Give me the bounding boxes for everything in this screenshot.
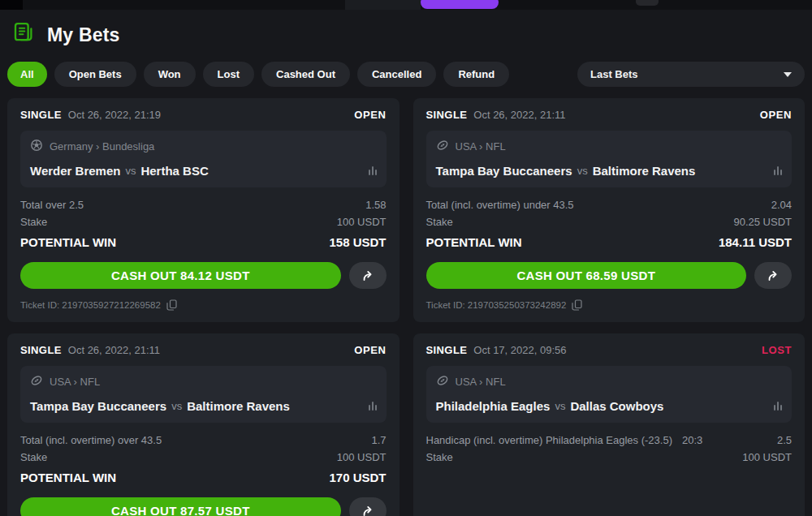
top-nav-strip [0, 0, 812, 10]
bet-details: Total (incl. overtime) under 43.5 2.04 S… [426, 196, 793, 252]
selection-row: Total over 2.5 1.58 [20, 196, 387, 213]
bet-date: Oct 26, 2022, 21:19 [68, 109, 161, 121]
potential-win-row: POTENTIAL WIN 170 USDT [20, 468, 387, 487]
bet-card: SINGLE Oct 26, 2022, 21:11 OPEN USA › N [413, 98, 806, 322]
stake-label: Stake [426, 213, 453, 230]
bet-card-header: SINGLE Oct 26, 2022, 21:11 OPEN [20, 344, 387, 356]
vs-label: vs [577, 165, 588, 177]
status-badge: OPEN [760, 109, 792, 121]
league-row: USA › NFL [436, 374, 783, 389]
league-label: USA › NFL [456, 140, 506, 153]
bar-chart-icon[interactable] [369, 402, 377, 411]
odds-value: 1.58 [365, 196, 386, 213]
selection-row: Total (incl. overtime) over 43.5 1.7 [20, 432, 387, 449]
filter-won[interactable]: Won [144, 62, 196, 87]
league-label: Germany › Bundesliga [50, 140, 154, 153]
share-arrow-icon [361, 505, 374, 516]
bets-ticket-icon [11, 21, 36, 49]
cashout-button[interactable]: CASH OUT 68.59 USDT [426, 262, 747, 289]
away-team: Baltimore Ravens [593, 164, 696, 178]
filters-row: All Open Bets Won Lost Cashed Out Cancel… [7, 62, 805, 87]
filter-all[interactable]: All [7, 62, 47, 87]
home-team: Tampa Bay Buccaneers [30, 399, 166, 413]
ticket-id: Ticket ID: 2197035250373242892 [426, 300, 567, 310]
selection-label: Total (incl. overtime) over 43.5 [20, 432, 162, 449]
potential-win-label: POTENTIAL WIN [20, 233, 116, 252]
selection-label: Handicap (incl. overtime) Philadelphia E… [426, 432, 672, 449]
filter-cashed-out[interactable]: Cashed Out [261, 62, 350, 87]
bet-type: SINGLE [20, 109, 62, 121]
league-row: USA › NFL [30, 374, 377, 389]
odds-value: 2.5 [777, 432, 792, 449]
bet-details: Total over 2.5 1.58 Stake 100 USDT POTEN… [20, 196, 387, 252]
match-block: Germany › Bundesliga Werder Bremen vs He… [20, 131, 387, 187]
ticket-row: Ticket ID: 2197035927212269582 [20, 299, 387, 311]
sort-dropdown[interactable]: Last Bets [577, 62, 805, 87]
top-nav-segment [0, 0, 23, 10]
stake-label: Stake [20, 449, 47, 466]
selection-row: Total (incl. overtime) under 43.5 2.04 [426, 196, 793, 213]
stake-value: 90.25 USDT [733, 213, 792, 230]
odds-value: 2.04 [771, 196, 792, 213]
top-nav-active-button[interactable] [421, 0, 499, 9]
bet-card: SINGLE Oct 17, 2022, 09:56 LOST USA › N [413, 333, 806, 516]
sort-dropdown-value: Last Bets [590, 68, 638, 80]
page-header: My Bets [7, 21, 805, 49]
filter-open-bets[interactable]: Open Bets [54, 62, 136, 87]
league-row: Germany › Bundesliga [30, 139, 377, 154]
bet-card-header: SINGLE Oct 17, 2022, 09:56 LOST [426, 344, 793, 356]
filter-refund[interactable]: Refund [443, 62, 509, 87]
bet-date: Oct 26, 2022, 21:11 [473, 109, 565, 121]
away-team: Dallas Cowboys [570, 399, 663, 413]
home-team: Werder Bremen [30, 164, 120, 178]
stake-value: 100 USDT [742, 449, 792, 466]
stake-value: 100 USDT [337, 213, 387, 230]
bet-card: SINGLE Oct 26, 2022, 21:11 OPEN USA › N [7, 333, 400, 516]
bet-date: Oct 26, 2022, 21:11 [68, 344, 160, 356]
selection-row: Handicap (incl. overtime) Philadelphia E… [426, 432, 793, 449]
cashout-button[interactable]: CASH OUT 84.12 USDT [20, 262, 341, 289]
copy-icon[interactable] [166, 299, 177, 311]
filter-lost[interactable]: Lost [203, 62, 254, 87]
bar-chart-icon[interactable] [774, 166, 782, 175]
potential-win-label: POTENTIAL WIN [426, 233, 522, 252]
share-button[interactable] [349, 497, 387, 516]
share-button[interactable] [754, 262, 792, 289]
match-score: 20:3 [682, 432, 702, 449]
home-team: Philadelphia Eagles [436, 399, 551, 413]
my-bets-page: My Bets All Open Bets Won Lost Cashed Ou… [0, 10, 812, 516]
card-actions: CASH OUT 68.59 USDT [426, 262, 793, 289]
american-football-icon [30, 374, 43, 389]
stake-row: Stake 90.25 USDT [426, 213, 793, 230]
potential-win-row: POTENTIAL WIN 184.11 USDT [426, 233, 793, 252]
league-label: USA › NFL [50, 376, 100, 388]
bet-card: SINGLE Oct 26, 2022, 21:19 OPEN Germany … [7, 98, 400, 322]
top-nav-tab [345, 0, 421, 10]
selection-label: Total (incl. overtime) under 43.5 [426, 196, 574, 213]
share-arrow-icon [767, 269, 780, 282]
filter-cancelled[interactable]: Cancelled [357, 62, 436, 87]
bet-card-header: SINGLE Oct 26, 2022, 21:11 OPEN [426, 109, 793, 121]
bar-chart-icon[interactable] [369, 166, 377, 175]
away-team: Hertha BSC [140, 164, 208, 178]
stake-value: 100 USDT [337, 449, 387, 466]
ticket-id: Ticket ID: 2197035927212269582 [20, 300, 161, 310]
stake-row: Stake 100 USDT [20, 213, 387, 230]
share-button[interactable] [349, 262, 387, 289]
top-nav-mini-element [636, 0, 659, 6]
potential-win-value: 170 USDT [329, 468, 386, 487]
status-badge: LOST [762, 344, 792, 356]
cashout-button[interactable]: CASH OUT 87.57 USDT [20, 497, 341, 516]
stake-label: Stake [426, 449, 453, 466]
potential-win-row: POTENTIAL WIN 158 USDT [20, 233, 387, 252]
potential-win-value: 184.11 USDT [719, 233, 792, 252]
odds-value: 1.7 [371, 432, 386, 449]
card-actions: CASH OUT 87.57 USDT [20, 497, 387, 516]
bet-cards-grid: SINGLE Oct 26, 2022, 21:19 OPEN Germany … [7, 98, 805, 516]
stake-row: Stake 100 USDT [426, 449, 793, 466]
soccer-ball-icon [30, 139, 43, 154]
chevron-down-icon [784, 72, 792, 77]
copy-icon[interactable] [572, 299, 582, 311]
ticket-row: Ticket ID: 2197035250373242892 [426, 299, 793, 311]
bar-chart-icon[interactable] [774, 402, 782, 411]
